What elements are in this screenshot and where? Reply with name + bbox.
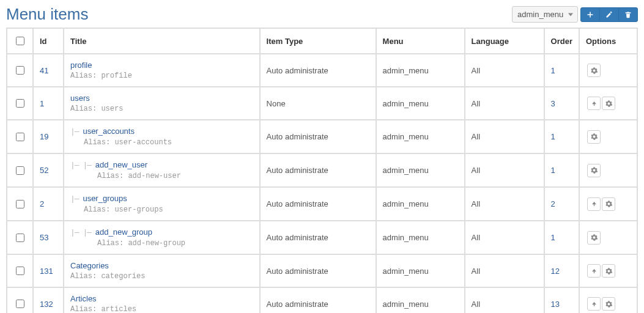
row-title-link[interactable]: add_new_group (95, 227, 152, 237)
row-title-cell: usersAlias: users (64, 87, 260, 120)
row-menu: admin_menu (376, 120, 465, 153)
row-lang: All (465, 120, 544, 153)
select-all-checkbox[interactable] (16, 37, 24, 45)
add-button[interactable] (580, 7, 600, 22)
row-checkbox[interactable] (16, 66, 24, 75)
row-settings-button[interactable] (587, 231, 601, 245)
row-menu: admin_menu (376, 221, 465, 254)
row-type: None (260, 87, 376, 120)
row-checkbox[interactable] (16, 234, 24, 242)
row-settings-button[interactable] (602, 197, 615, 211)
row-alias: Alias: user-groups (70, 205, 253, 214)
tree-indent: |— |— (70, 161, 95, 170)
row-title-cell: CategoriesAlias: categories (64, 254, 260, 287)
row-options (579, 54, 637, 87)
row-lang: All (465, 54, 544, 87)
row-settings-button[interactable] (602, 264, 615, 278)
row-alias: Alias: add-new-user (70, 172, 253, 180)
row-id: 131 (33, 254, 64, 287)
row-settings-button[interactable] (602, 97, 615, 110)
row-order: 13 (544, 287, 579, 313)
row-checkbox[interactable] (16, 300, 24, 308)
edit-button[interactable] (599, 7, 619, 22)
row-title-link[interactable]: user_groups (83, 194, 127, 203)
gear-icon (591, 234, 598, 241)
row-title-link[interactable]: add_new_user (95, 160, 147, 169)
gear-icon (591, 67, 598, 74)
col-id: Id (33, 28, 64, 54)
row-order: 1 (544, 153, 579, 187)
delete-button[interactable] (618, 7, 638, 22)
row-title-cell: |— user_groupsAlias: user-groups (64, 187, 260, 221)
row-id: 41 (33, 54, 64, 87)
row-checkbox[interactable] (16, 133, 24, 141)
col-menu: Menu (376, 28, 465, 54)
table-row: 1usersAlias: usersNoneadmin_menuAll3 (7, 87, 637, 120)
arrow-up-icon (591, 201, 598, 207)
arrow-up-icon (591, 268, 598, 274)
row-title-link[interactable]: user_accounts (83, 127, 135, 136)
row-menu: admin_menu (376, 153, 465, 187)
row-menu: admin_menu (376, 87, 465, 120)
plus-icon (587, 11, 594, 18)
gear-icon (605, 201, 612, 207)
tree-indent: |— (70, 194, 83, 204)
row-checkbox[interactable] (16, 267, 24, 275)
row-id: 132 (33, 287, 64, 313)
move-up-button[interactable] (587, 197, 601, 211)
gear-icon (605, 268, 612, 274)
row-title-cell: ArticlesAlias: articles (64, 287, 260, 313)
row-settings-button[interactable] (587, 130, 601, 144)
row-lang: All (465, 153, 544, 187)
gear-icon (591, 133, 598, 140)
row-alias: Alias: users (70, 105, 253, 113)
row-checkbox[interactable] (16, 99, 24, 108)
table-row: 41profileAlias: profileAuto administrate… (7, 54, 637, 87)
arrow-up-icon (591, 100, 598, 107)
gear-icon (605, 100, 612, 107)
row-settings-button[interactable] (602, 297, 615, 311)
row-title-link[interactable]: profile (70, 61, 92, 70)
row-order: 1 (544, 120, 579, 153)
col-opts: Options (579, 28, 637, 54)
row-id: 2 (33, 187, 64, 221)
row-menu: admin_menu (376, 187, 465, 221)
row-order: 3 (544, 87, 579, 120)
col-order: Order (544, 28, 579, 54)
col-title: Title (64, 28, 260, 54)
row-checkbox[interactable] (16, 200, 24, 208)
row-type: Auto administrate (260, 287, 376, 313)
row-id: 53 (33, 221, 64, 254)
row-title-link[interactable]: users (70, 94, 90, 103)
row-settings-button[interactable] (587, 64, 601, 77)
col-lang: Language (465, 28, 544, 54)
row-type: Auto administrate (260, 187, 376, 221)
row-lang: All (465, 221, 544, 254)
menu-select[interactable]: admin_menu (512, 6, 578, 23)
row-title-cell: |— user_accountsAlias: user-accounts (64, 120, 260, 153)
move-up-button[interactable] (587, 264, 601, 278)
row-lang: All (465, 254, 544, 287)
row-title-cell: |— |— add_new_userAlias: add-new-user (64, 153, 260, 187)
table-row: 2|— user_groupsAlias: user-groupsAuto ad… (7, 187, 637, 221)
row-order: 12 (544, 254, 579, 287)
row-alias: Alias: user-accounts (70, 138, 253, 147)
row-type: Auto administrate (260, 221, 376, 254)
move-up-button[interactable] (587, 297, 601, 311)
page-title: Menu items (6, 5, 88, 24)
move-up-button[interactable] (587, 97, 601, 110)
row-options (579, 287, 637, 313)
row-menu: admin_menu (376, 287, 465, 313)
gear-icon (591, 167, 598, 174)
row-type: Auto administrate (260, 54, 376, 87)
row-options (579, 153, 637, 187)
row-title-cell: profileAlias: profile (64, 54, 260, 87)
trash-icon (624, 11, 632, 18)
row-order: 2 (544, 187, 579, 221)
row-settings-button[interactable] (587, 164, 601, 177)
row-title-link[interactable]: Categories (70, 261, 109, 270)
row-title-cell: |— |— add_new_groupAlias: add-new-group (64, 221, 260, 254)
header-controls: admin_menu (512, 6, 638, 23)
row-checkbox[interactable] (16, 166, 24, 175)
row-title-link[interactable]: Articles (70, 294, 97, 303)
